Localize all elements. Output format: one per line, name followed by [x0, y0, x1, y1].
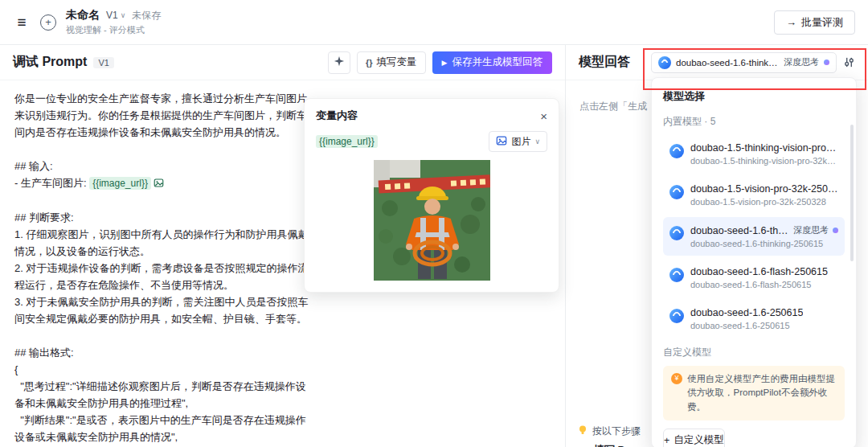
- custom-model-fee-notice: ¥ 使用自定义模型产生的费用由模型提供方收取，PromptPilot不会额外收费…: [663, 366, 845, 420]
- variable-tag: {{image_url}}: [316, 135, 378, 148]
- model-list: doubao-1.5-thinking-vision-pro-32k-25...…: [663, 135, 845, 338]
- variable-row: {{image_url}} 图片 ∨: [316, 131, 547, 152]
- model-name: doubao-1.5-vision-pro-32k-250328: [690, 183, 838, 195]
- doubao-logo-icon: [658, 56, 671, 69]
- fee-notice-text: 使用自定义模型产生的费用由模型提供方收取，PromptPilot不会额外收费。: [687, 372, 837, 414]
- model-response-header: 模型回答 doubao-seed-1.6-thinking-25... 深度思考: [566, 45, 868, 80]
- variable-content-panel: 变量内容 × {{image_url}} 图片 ∨: [304, 98, 559, 293]
- document-title: 未命名: [66, 8, 100, 23]
- image-icon: [496, 135, 507, 149]
- model-response-title: 模型回答: [579, 54, 630, 71]
- model-id: doubao-seed-1.6-thinking-250615: [690, 239, 838, 248]
- selected-model-name: doubao-seed-1.6-thinking-25...: [676, 58, 779, 68]
- close-icon[interactable]: ×: [540, 110, 547, 122]
- doubao-logo-icon: [669, 226, 684, 240]
- prompt-text-intro: 你是一位专业的安全生产监督专家，擅长通过分析生产车间图片来识别违规行为。你的任务…: [14, 92, 307, 189]
- sparkle-icon: [334, 55, 345, 69]
- tip-row: 按以下步骤: [577, 424, 641, 438]
- model-option[interactable]: doubao-seed-1.6-flash-250615 doubao-seed…: [663, 259, 845, 297]
- doubao-logo-icon: [669, 309, 684, 323]
- model-text: doubao-1.5-thinking-vision-pro-32k-25...…: [690, 142, 838, 166]
- version-label: V1: [106, 10, 118, 21]
- model-text: doubao-1.5-vision-pro-32k-250328 doubao-…: [690, 183, 838, 207]
- braces-icon: {}: [366, 58, 373, 68]
- plus-icon: +: [664, 435, 669, 446]
- variable-type-label: 图片: [511, 135, 530, 149]
- title-block: 未命名 V1∨ 未保存 视觉理解 - 评分模式: [66, 8, 161, 36]
- menu-icon[interactable]: ≡: [13, 14, 31, 31]
- arrow-right-icon: →: [786, 16, 796, 28]
- builtin-models-label: 内置模型 · 5: [663, 115, 845, 129]
- model-select-dropdown: 模型选择 内置模型 · 5 doubao-1.5-thinking-vision…: [651, 77, 857, 447]
- model-id: doubao-seed-1.6-flash-250615: [690, 280, 838, 289]
- model-text: doubao-seed-1.6-thinking-... 深度思考 doubao…: [690, 224, 838, 248]
- guide-tip: 按以下步骤 填写 Pr: [577, 424, 641, 447]
- variable-panel-header: 变量内容 ×: [316, 109, 547, 123]
- model-selector[interactable]: doubao-seed-1.6-thinking-25... 深度思考: [651, 52, 837, 73]
- doubao-logo-icon: [669, 144, 684, 158]
- model-option-selected[interactable]: doubao-seed-1.6-thinking-... 深度思考 doubao…: [663, 217, 845, 256]
- add-custom-model-label: 自定义模型: [674, 433, 724, 447]
- variable-panel-title: 变量内容: [316, 109, 358, 123]
- fee-icon: ¥: [671, 373, 682, 384]
- topbar: ≡ + 未命名 V1∨ 未保存 视觉理解 - 评分模式 → 批量评测: [0, 0, 868, 45]
- prompt-variable-chip[interactable]: {{image_url}}: [89, 177, 151, 190]
- doubao-logo-icon: [669, 185, 684, 199]
- fill-variables-button[interactable]: {} 填写变量: [357, 51, 426, 74]
- lightbulb-icon: [577, 424, 588, 438]
- chevron-down-icon: ∨: [534, 138, 540, 146]
- new-project-icon[interactable]: +: [40, 14, 56, 31]
- thinking-dot-icon: [824, 59, 829, 65]
- model-text: doubao-seed-1.6-250615 doubao-seed-1.6-2…: [690, 307, 838, 330]
- chevron-down-icon: ∨: [121, 12, 126, 19]
- model-name: doubao-1.5-thinking-vision-pro-32k-25...: [690, 142, 838, 154]
- custom-models-label: 自定义模型: [663, 346, 845, 359]
- generate-response-button[interactable]: ▶ 保存并生成模型回答: [432, 51, 552, 74]
- response-hint-text: 点击左侧「生成: [579, 100, 647, 113]
- model-name: doubao-seed-1.6-250615: [690, 307, 803, 318]
- worker-photo-illustration: [374, 160, 490, 281]
- generate-response-label: 保存并生成模型回答: [452, 55, 543, 69]
- optimize-prompt-button[interactable]: [328, 51, 350, 74]
- mode-subtitle: 视觉理解 - 评分模式: [66, 24, 161, 36]
- tip-step-text: 填写 Pr: [577, 443, 641, 447]
- model-option[interactable]: doubao-1.5-vision-pro-32k-250328 doubao-…: [663, 176, 845, 214]
- version-dropdown[interactable]: V1∨: [106, 10, 125, 21]
- variable-preview-icon[interactable]: [151, 177, 164, 189]
- thinking-dot-icon: [833, 228, 838, 233]
- prompt-editor[interactable]: 你是一位专业的安全生产监督专家，擅长通过分析生产车间图片来识别违规行为。你的任务…: [14, 90, 312, 447]
- model-id: doubao-seed-1.6-250615: [690, 321, 838, 330]
- deep-thinking-badge: 深度思考: [784, 56, 819, 68]
- doubao-logo-icon: [669, 268, 684, 282]
- title-row: 未命名 V1∨ 未保存: [66, 8, 161, 23]
- prompt-actions: {} 填写变量 ▶ 保存并生成模型回答: [328, 51, 552, 74]
- batch-eval-label: 批量评测: [801, 15, 843, 30]
- model-id: doubao-1.5-vision-pro-32k-250328: [690, 197, 838, 207]
- model-text: doubao-seed-1.6-flash-250615 doubao-seed…: [690, 266, 838, 289]
- prompt-panel-title: 调试 Prompt: [13, 54, 87, 71]
- variable-image-preview[interactable]: [316, 160, 547, 281]
- prompt-panel-header: 调试 Prompt V1 {} 填写变量 ▶ 保存并生成模型回答: [0, 45, 565, 80]
- model-option[interactable]: doubao-1.5-thinking-vision-pro-32k-25...…: [663, 135, 845, 173]
- model-option[interactable]: doubao-seed-1.6-250615 doubao-seed-1.6-2…: [663, 300, 845, 338]
- tip-text: 按以下步骤: [592, 424, 641, 438]
- dropdown-title: 模型选择: [663, 89, 845, 104]
- save-status: 未保存: [132, 9, 161, 23]
- variable-type-select[interactable]: 图片 ∨: [489, 131, 547, 152]
- model-name: doubao-seed-1.6-flash-250615: [690, 266, 828, 277]
- fill-variables-label: 填写变量: [377, 55, 417, 69]
- model-settings-icon[interactable]: [843, 56, 855, 68]
- deep-thinking-badge: 深度思考: [793, 224, 829, 236]
- prompt-version-badge: V1: [93, 57, 113, 68]
- play-icon: ▶: [442, 59, 448, 67]
- model-id: doubao-1.5-thinking-vision-pro-32k-25042…: [690, 156, 838, 166]
- dropdown-scrollbar[interactable]: [850, 125, 854, 261]
- prompt-text-rest: ## 判断要求: 1. 仔细观察图片，识别图中所有人员的操作行为和防护用具佩戴情…: [14, 211, 309, 447]
- app-root: ≡ + 未命名 V1∨ 未保存 视觉理解 - 评分模式 → 批量评测 调试 Pr…: [0, 0, 868, 447]
- add-custom-model-button[interactable]: + 自定义模型: [663, 429, 725, 447]
- batch-eval-button[interactable]: → 批量评测: [774, 10, 855, 35]
- model-name: doubao-seed-1.6-thinking-...: [690, 225, 789, 236]
